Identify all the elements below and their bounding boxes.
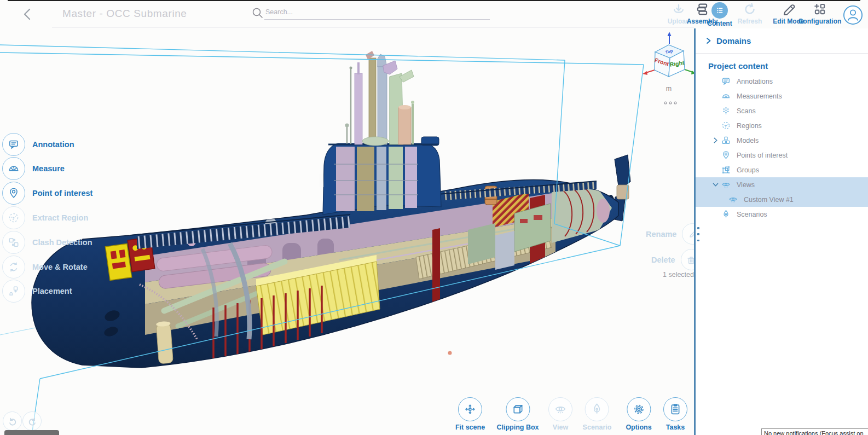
tree-item-scenarios[interactable]: Scenarios (696, 207, 868, 222)
chevron-down-icon (713, 182, 719, 188)
tool-options-label: Options (626, 424, 651, 431)
domains-header[interactable]: Domains (696, 28, 868, 54)
view-cube[interactable]: Top Front Right (643, 32, 696, 77)
tree-item-measurements[interactable]: Measurements (696, 89, 868, 103)
scans-icon (721, 106, 731, 115)
tool-placement[interactable]: Placement (2, 280, 72, 303)
axis-z-arrow (668, 32, 672, 36)
axis-x-arrow (643, 71, 647, 75)
unit-label: m (652, 85, 685, 92)
tree-label: Models (737, 137, 759, 144)
tool-move-rotate[interactable]: Move & Rotate (2, 256, 88, 279)
tool-options[interactable]: Options (626, 397, 651, 431)
tool-fit-scene-label: Fit scene (455, 424, 485, 431)
redo-button[interactable] (22, 411, 42, 431)
tool-clash-detection-label: Clash Detection (32, 238, 92, 247)
tool-fit-scene[interactable]: Fit scene (455, 397, 485, 431)
view-eye-icon (554, 403, 567, 416)
tool-view[interactable]: View (548, 397, 572, 431)
project-content-tree: Annotations Measurements Scans (696, 74, 868, 222)
tree-item-groups[interactable]: Groups (696, 163, 868, 177)
window-top-edge (8, 0, 860, 1)
tool-tasks[interactable]: Tasks (663, 397, 687, 431)
tool-clipping-box[interactable]: Clipping Box (496, 397, 539, 431)
search-input[interactable] (264, 6, 490, 20)
delete-label: Delete (651, 256, 675, 264)
project-content-title: Project content (708, 61, 868, 72)
tool-clash-detection[interactable]: Clash Detection (2, 231, 92, 254)
rename-label: Rename (646, 230, 676, 239)
tree-label: Views (737, 181, 755, 189)
domains-label: Domains (716, 36, 751, 45)
back-button[interactable] (21, 7, 35, 21)
scenario-pen-icon (591, 403, 604, 416)
measure-icon (8, 163, 20, 175)
refresh-icon (743, 2, 757, 16)
views-eye-icon (721, 180, 731, 189)
tree-label: Scans (737, 107, 756, 115)
tree-item-views[interactable]: Views (696, 177, 868, 192)
page-title: Master - OCC Submarine (62, 8, 187, 20)
viewport-overflow-dots[interactable] (664, 102, 676, 104)
search-icon (251, 5, 264, 20)
avatar[interactable] (843, 5, 863, 25)
redo-icon (27, 416, 38, 427)
custom-view-eye-icon (728, 195, 738, 204)
annotation-icon (8, 138, 20, 150)
panel-drag-handle[interactable] (697, 227, 701, 241)
tool-point-of-interest[interactable]: Point of interest (2, 182, 92, 205)
submarine-model[interactable] (32, 51, 630, 368)
groups-icon (721, 165, 731, 175)
fit-scene-icon (464, 403, 477, 416)
tool-measure[interactable]: Measure (2, 157, 65, 180)
tool-clipping-box-label: Clipping Box (496, 424, 539, 431)
chevron-right-icon (705, 37, 712, 44)
models-icon (721, 136, 731, 145)
clash-detection-icon (8, 236, 20, 248)
regions-icon (721, 121, 731, 130)
tool-tasks-label: Tasks (666, 424, 685, 431)
tree-label: Annotations (737, 78, 773, 85)
annotations-icon (721, 77, 731, 86)
tool-view-label: View (553, 424, 568, 431)
points-of-interest-icon (721, 150, 731, 160)
tree-label: Groups (737, 166, 759, 174)
toolbar-refresh-button[interactable]: Refresh (729, 2, 771, 25)
tree-label: Points of interest (737, 152, 788, 159)
tree-item-scans[interactable]: Scans (696, 103, 868, 118)
chevron-right-icon (713, 137, 719, 143)
tree-label: Measurements (737, 92, 782, 100)
tool-scenario-label: Scenario (583, 424, 612, 431)
selection-count: 1 selected (629, 271, 694, 279)
tool-scenario[interactable]: Scenario (583, 397, 612, 431)
extract-region-icon (8, 212, 20, 224)
tool-move-rotate-label: Move & Rotate (32, 263, 88, 271)
toolbar-configuration-button[interactable]: Configuration (795, 2, 845, 25)
configuration-icon (813, 2, 827, 16)
tree-item-annotations[interactable]: Annotations (696, 74, 868, 89)
tool-poi-label: Point of interest (32, 189, 92, 198)
tree-item-regions[interactable]: Regions (696, 118, 868, 133)
notification-tooltip: No new notifications (Focus assist on (761, 428, 868, 435)
tree-label: Custom View #1 (744, 196, 794, 204)
tool-extract-region[interactable]: Extract Region (2, 206, 88, 229)
tree-label: Regions (737, 122, 762, 130)
tool-annotation-label: Annotation (32, 140, 74, 149)
annotation-point[interactable] (448, 351, 452, 355)
tool-annotation[interactable]: Annotation (2, 133, 74, 156)
tree-item-points-of-interest[interactable]: Points of interest (696, 148, 868, 163)
periscope-masts (345, 51, 415, 146)
placement-icon (8, 285, 20, 297)
tool-extract-region-label: Extract Region (32, 213, 88, 222)
tree-item-custom-view-1[interactable]: Custom View #1 (696, 192, 868, 207)
move-rotate-icon (8, 261, 20, 273)
measurements-icon (721, 91, 731, 101)
options-gear-icon (632, 403, 645, 416)
toolbar-content-label: Content (707, 20, 732, 27)
right-panel: Domains Project content Annotations Meas… (694, 28, 868, 435)
content-icon (711, 2, 728, 19)
pencil-icon (782, 2, 796, 16)
undo-button[interactable] (3, 411, 22, 431)
chevron-left-icon (21, 7, 35, 21)
tree-item-models[interactable]: Models (696, 133, 868, 148)
